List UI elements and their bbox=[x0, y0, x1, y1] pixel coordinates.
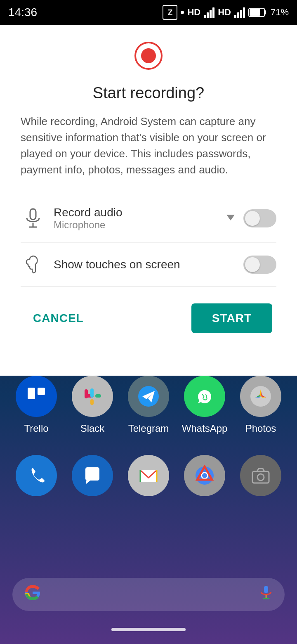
messages-icon bbox=[72, 455, 113, 496]
telegram-label: Telegram bbox=[128, 423, 169, 434]
svg-rect-24 bbox=[252, 471, 269, 483]
svg-rect-1 bbox=[264, 10, 266, 14]
app-camera[interactable] bbox=[236, 455, 285, 502]
svg-rect-9 bbox=[28, 388, 35, 399]
hd-label-1: HD bbox=[187, 7, 200, 18]
app-whatsapp[interactable]: WhatsApp bbox=[180, 376, 229, 434]
start-button[interactable]: START bbox=[191, 303, 272, 333]
dock-row bbox=[8, 455, 289, 502]
telegram-icon bbox=[128, 376, 169, 417]
photos-label: Photos bbox=[245, 423, 276, 434]
phone-icon bbox=[16, 455, 57, 496]
audio-source-dropdown[interactable] bbox=[224, 211, 237, 225]
svg-rect-15 bbox=[90, 399, 94, 405]
whatsapp-icon bbox=[184, 376, 225, 417]
status-icons: Z HD HD 71% bbox=[163, 5, 289, 20]
record-circle-icon bbox=[134, 41, 163, 70]
svg-rect-2 bbox=[250, 9, 260, 16]
camera-icon bbox=[240, 455, 281, 496]
dialog-title: Start recording? bbox=[93, 84, 204, 102]
svg-point-4 bbox=[141, 48, 156, 63]
status-bar: 14:36 Z HD HD 71% bbox=[0, 0, 297, 25]
chrome-icon bbox=[184, 455, 225, 496]
show-touches-row: Show touches on screen bbox=[21, 243, 276, 286]
google-g-icon bbox=[25, 585, 40, 604]
record-dialog: Start recording? While recording, Androi… bbox=[0, 25, 297, 376]
photos-icon bbox=[240, 376, 281, 417]
app-messages[interactable] bbox=[68, 455, 117, 502]
svg-marker-8 bbox=[226, 215, 235, 220]
nav-home-indicator bbox=[111, 628, 186, 631]
touch-icon bbox=[21, 254, 45, 275]
app-icon-indicator: Z bbox=[163, 5, 177, 20]
record-audio-toggle[interactable] bbox=[243, 209, 276, 227]
trello-icon bbox=[16, 376, 57, 417]
nav-bar bbox=[0, 619, 297, 640]
signal-bars-2 bbox=[234, 7, 245, 18]
app-slack[interactable]: Slack bbox=[68, 376, 117, 434]
svg-rect-10 bbox=[38, 388, 45, 395]
whatsapp-label: WhatsApp bbox=[182, 423, 228, 434]
app-trello[interactable]: Trello bbox=[12, 376, 61, 434]
slack-label: Slack bbox=[80, 423, 105, 434]
svg-rect-14 bbox=[95, 394, 101, 398]
slack-icon bbox=[72, 376, 113, 417]
trello-label: Trello bbox=[24, 423, 48, 434]
svg-point-25 bbox=[257, 474, 264, 481]
app-phone[interactable] bbox=[12, 455, 61, 502]
app-row-1: Trello Slack Tele bbox=[8, 376, 289, 434]
hd-label-2: HD bbox=[218, 7, 231, 18]
svg-rect-5 bbox=[30, 209, 36, 220]
microphone-icon bbox=[21, 208, 45, 229]
app-grid: Trello Slack Tele bbox=[0, 376, 297, 523]
app-telegram[interactable]: Telegram bbox=[124, 376, 173, 434]
battery-icon bbox=[248, 7, 267, 18]
microphone-label: Microphone bbox=[54, 219, 224, 231]
dialog-buttons: CANCEL START bbox=[21, 287, 276, 350]
battery-percent: 71% bbox=[271, 7, 289, 18]
svg-rect-26 bbox=[264, 586, 268, 593]
show-touches-toggle[interactable] bbox=[243, 256, 276, 274]
record-audio-row: Record audio Microphone bbox=[21, 194, 276, 243]
gmail-icon bbox=[128, 455, 169, 496]
svg-point-23 bbox=[202, 473, 207, 478]
dialog-description: While recording, Android System can capt… bbox=[21, 114, 276, 178]
svg-rect-12 bbox=[85, 389, 88, 398]
record-icon-container bbox=[134, 41, 163, 72]
app-photos[interactable]: Photos bbox=[236, 376, 285, 434]
status-time: 14:36 bbox=[8, 6, 37, 19]
record-audio-label: Record audio bbox=[54, 206, 224, 219]
cancel-button[interactable]: CANCEL bbox=[25, 308, 92, 329]
google-search-bar[interactable] bbox=[12, 578, 285, 611]
app-gmail[interactable] bbox=[124, 455, 173, 502]
app-chrome[interactable] bbox=[180, 455, 229, 502]
svg-rect-13 bbox=[90, 388, 94, 398]
show-touches-label: Show touches on screen bbox=[54, 258, 243, 271]
dot-indicator bbox=[181, 11, 184, 14]
signal-bars-1 bbox=[204, 7, 214, 18]
voice-search-icon[interactable] bbox=[260, 585, 272, 604]
